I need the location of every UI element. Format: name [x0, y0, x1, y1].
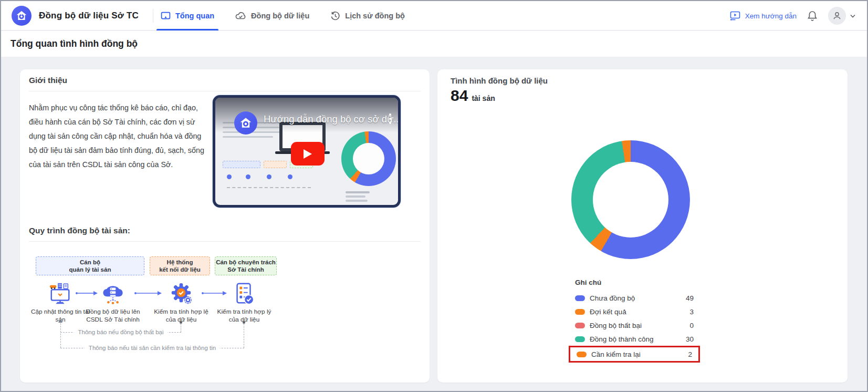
video-thumbnail: Hướng dẫn đồng bộ cơ sở dữ... — [215, 98, 398, 205]
process-diagram: Cán bộquản lý tài sản Hệ thốngkết nối dữ… — [29, 252, 421, 363]
app-logo-icon — [12, 6, 32, 26]
legend-swatch — [575, 323, 585, 328]
cloud-check-icon — [235, 11, 246, 21]
help-link[interactable]: Xem hướng dẫn — [729, 11, 797, 21]
actor-box-system: Hệ thốngkết nối dữ liệu — [150, 256, 210, 275]
header-actions: Xem hướng dẫn — [729, 1, 855, 30]
sync-status-card: Tình hình đồng bộ dữ liệu 84 tài sản Ghi… — [437, 69, 848, 383]
tab-dong-bo-du-lieu[interactable]: Đồng bộ dữ liệu — [235, 1, 309, 30]
feedback-line-sync-failed: Thông báo nếu đồng bộ thất bại — [60, 332, 181, 333]
video-play-button[interactable] — [291, 142, 325, 166]
feedback-vertical-line — [60, 323, 61, 348]
feedback-vertical-line — [181, 324, 181, 332]
feedback-note: Thông báo nếu đồng bộ thất bại — [74, 329, 168, 335]
feedback-line-recheck: Thông báo nếu tài sản cần kiểm tra lại t… — [60, 348, 244, 348]
mini-donut — [341, 131, 396, 186]
flow-arrow — [75, 290, 98, 296]
legend-swatch — [575, 309, 585, 315]
sync-cloud-icon — [101, 282, 125, 306]
app-header: Đồng bộ dữ liệu Sở TC Tổng quan Đồng bộ … — [1, 1, 867, 30]
total-assets: 84 tài sản — [451, 87, 495, 105]
process-title: Quy trình đồng bộ tài sản: — [29, 226, 130, 235]
tab-label: Lịch sử đồng bộ — [345, 12, 405, 20]
legend-highlight-box: Cần kiểm tra lại 2 — [569, 346, 700, 363]
legend-row-can-kiem-tra-lai[interactable]: Cần kiểm tra lại 2 — [577, 347, 692, 361]
avatar — [828, 7, 846, 25]
history-icon — [330, 11, 340, 21]
video-menu-kebab-icon[interactable] — [389, 114, 391, 126]
tab-label: Đồng bộ dữ liệu — [251, 12, 309, 20]
chart-legend: Ghi chú Chưa đồng bộ 49 Đợi kết quả 3 Đồ… — [575, 278, 694, 363]
divider — [29, 91, 421, 91]
flow-arrow — [201, 290, 227, 296]
video-tutorial-icon — [729, 11, 741, 21]
actor-box-asset-manager: Cán bộquản lý tài sản — [36, 256, 144, 275]
legend-row-dong-bo-that-bai[interactable]: Đồng bộ thất bại 0 — [575, 318, 694, 332]
legend-swatch — [575, 295, 585, 301]
app-title: Đồng bộ dữ liệu Sở TC — [39, 1, 139, 30]
total-assets-value: 84 — [451, 87, 468, 105]
video-title[interactable]: Hướng dẫn đồng bộ cơ sở dữ... — [264, 114, 401, 125]
legend-row-dong-bo-thanh-cong[interactable]: Đồng bộ thành công 30 — [575, 332, 694, 346]
video-channel-avatar[interactable] — [234, 111, 257, 135]
total-assets-unit: tài sản — [472, 94, 495, 102]
person-icon — [832, 11, 842, 20]
legend-title: Ghi chú — [575, 278, 694, 287]
step-label: Đồng bộ dữ liệu lên CSDL Sở Tài chính — [82, 308, 143, 324]
update-asset-info-icon — [48, 282, 72, 306]
feedback-vertical-line — [244, 324, 244, 348]
intro-card: Giới thiệu Nhằm phục vụ công tác thống k… — [20, 69, 430, 383]
validity-check-gears-icon — [169, 282, 193, 306]
legend-swatch — [575, 336, 585, 342]
legend-row-chua-dong-bo[interactable]: Chưa đồng bộ 49 — [575, 291, 694, 305]
tab-tong-quan[interactable]: Tổng quan — [161, 1, 214, 30]
tab-lich-su-dong-bo[interactable]: Lịch sử đồng bộ — [330, 1, 405, 30]
legend-row-doi-ket-qua[interactable]: Đợi kết quả 3 — [575, 305, 694, 318]
divider — [29, 241, 421, 242]
reasonability-check-list-icon — [232, 282, 256, 306]
help-link-label: Xem hướng dẫn — [745, 12, 797, 20]
status-card-title: Tình hình đồng bộ dữ liệu — [451, 76, 548, 85]
page-title-bar: Tổng quan tình hình đồng bộ — [1, 31, 867, 57]
actor-box-specialist: Cán bộ chuyên tráchSở Tài chính — [215, 256, 277, 275]
flow-arrow — [134, 290, 162, 296]
header-divider — [153, 9, 153, 23]
main-tabs: Tổng quan Đồng bộ dữ liệu Lịch sử đồng b… — [161, 1, 405, 30]
tab-label: Tổng quan — [175, 12, 214, 20]
legend-swatch — [577, 352, 587, 357]
user-menu[interactable] — [828, 7, 855, 25]
chevron-down-icon — [850, 14, 855, 18]
tutorial-video-player[interactable]: Hướng dẫn đồng bộ cơ sở dữ... — [213, 95, 401, 208]
feedback-note: Thông báo nếu tài sản cần kiểm tra lại t… — [85, 345, 220, 351]
donut-chart[interactable] — [571, 140, 690, 259]
overview-icon — [161, 11, 171, 21]
page-title: Tổng quan tình hình đồng bộ — [11, 31, 138, 57]
intro-description: Nhằm phục vụ công tác thống kê báo cáo, … — [29, 101, 212, 172]
notification-bell-icon[interactable] — [807, 10, 818, 22]
intro-card-title: Giới thiệu — [29, 76, 67, 85]
feedback-arrow-up — [58, 319, 62, 323]
